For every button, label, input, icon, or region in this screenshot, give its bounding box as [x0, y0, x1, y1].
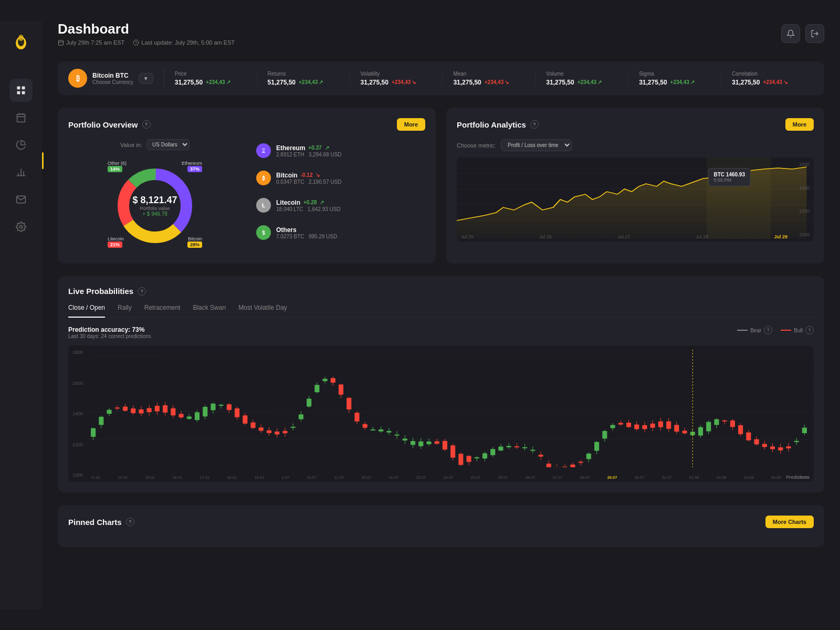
pinned-charts-title: Pinned Charts ? [68, 518, 134, 527]
assets-list: Ξ Ethereum +0.37 ↗ 2.8912 ETH [252, 139, 425, 253]
mail-icon [16, 194, 26, 205]
live-prob-help[interactable]: ? [138, 287, 146, 296]
list-item[interactable]: Ξ Ethereum +0.37 ↗ 2.8912 ETH [252, 139, 425, 162]
svg-point-2 [18, 35, 24, 41]
pinned-charts-help[interactable]: ? [126, 518, 134, 526]
pinned-charts-more-btn[interactable]: More Charts [765, 516, 814, 528]
settings-icon [16, 222, 26, 232]
bell-icon [786, 29, 795, 38]
bitcoin-icon: ₿ [256, 171, 271, 185]
stat-volatility: Volatility 31,275,50 +234,43 ↘ [350, 71, 443, 86]
stat-volume: Volume 31,275,50 +234,43 ↗ [536, 71, 628, 86]
logout-button[interactable] [805, 24, 824, 43]
svg-rect-6 [22, 91, 25, 94]
donut-chart: $ 8,121.47 Portfolio value + $ 946.78 Et… [108, 159, 202, 253]
stat-sigma: Sigma 31,275,50 +234,43 ↗ [628, 71, 721, 86]
sidebar [0, 21, 42, 609]
svg-point-15 [20, 226, 23, 228]
sidebar-nav [0, 79, 42, 238]
donut-section: Value in: US Dollars [68, 139, 242, 253]
page-title: Dashboard [58, 21, 235, 37]
sidebar-item-analytics[interactable] [9, 133, 33, 156]
litecoin-icon: Ł [256, 198, 271, 213]
stats-bar: ₿ Bitcoin BTC Choose Currency ▼ Price 31… [58, 61, 824, 95]
portfolio-overview-help[interactable]: ? [142, 120, 151, 129]
prob-tabs: Close / Open Rally Retracement Black Swa… [68, 304, 814, 318]
sidebar-item-settings[interactable] [9, 215, 33, 238]
stat-mean: Mean 31,275,50 +234,43 ↘ [443, 71, 536, 86]
svg-rect-16 [59, 40, 64, 45]
sidebar-item-messages[interactable] [9, 188, 33, 211]
header-date: July 29th 7:25 am EST [58, 39, 124, 46]
value-in-row: Value in: US Dollars [120, 139, 190, 150]
bull-help[interactable]: ? [805, 326, 814, 334]
stat-correlation: Correlation 31,275,50 +234,43 ↘ [721, 71, 814, 86]
list-item[interactable]: $ Others 7.0273 BTC 995.29 USD [252, 221, 425, 244]
analytics-chart: BTC 1460.93 5:55 PM 1600 1400 1200 1000 … [457, 158, 814, 242]
notification-button[interactable] [781, 24, 800, 43]
portfolio-analytics-help[interactable]: ? [530, 120, 539, 129]
tab-close-open[interactable]: Close / Open [68, 304, 105, 318]
legend-row: Bear ? Bull ? [737, 326, 814, 334]
ethereum-icon: Ξ [256, 143, 271, 158]
pinned-charts-header: Pinned Charts ? More Charts [68, 516, 814, 528]
header-last-update: Last update: July 29th, 5:00 am EST [133, 39, 235, 46]
sidebar-item-reports[interactable] [9, 161, 33, 184]
header-meta: July 29th 7:25 am EST Last update: July … [58, 39, 235, 46]
portfolio-overview-more-btn[interactable]: More [397, 118, 425, 131]
sidebar-item-dashboard[interactable] [9, 79, 33, 102]
others-icon: $ [256, 225, 271, 240]
svg-rect-4 [22, 87, 25, 90]
currency-sub: Choose Currency [92, 79, 133, 85]
list-item[interactable]: ₿ Bitcoin -0.12 ↘ 0.0347 BTC [252, 166, 425, 190]
stat-returns: Returns 51,275,50 +234,43 ↗ [257, 71, 350, 86]
list-item[interactable]: Ł Litecoin +0.28 ↗ 18.040 LTC [252, 194, 425, 217]
bull-line [781, 330, 791, 331]
portfolio-overview-card: Portfolio Overview ? More Value in: US D… [58, 108, 436, 264]
header-left: Dashboard July 29th 7:25 am EST Last upd… [58, 21, 235, 46]
metric-label: Choose metric: [457, 142, 496, 149]
sidebar-item-calendar[interactable] [9, 106, 33, 129]
bear-line [737, 330, 748, 331]
candle-canvas-element [89, 350, 808, 467]
portfolio-body: Value in: US Dollars [68, 139, 425, 253]
asset-info: Litecoin +0.28 ↗ 18.040 LTC 1,642.93 USD [276, 199, 421, 212]
candle-y-labels: 1800 1600 1400 1200 1000 [72, 345, 83, 482]
predictions-label: Predictions [786, 475, 810, 480]
pie-icon [16, 140, 26, 150]
live-prob-title: Live Probabilities ? [68, 287, 146, 296]
bar-chart-icon [16, 167, 26, 177]
tab-rally[interactable]: Rally [118, 304, 132, 318]
stat-price: Price 31,275,50 +234,43 ↗ [164, 71, 257, 86]
metric-row: Choose metric: Profit / Loss over time [457, 139, 814, 151]
currency-dropdown[interactable]: ▼ [139, 73, 153, 84]
prediction-accuracy: Prediction accuracy: 73% Last 30 days: 2… [68, 326, 151, 339]
bear-help[interactable]: ? [764, 326, 772, 334]
portfolio-analytics-header: Portfolio Analytics ? More [457, 118, 814, 131]
pinned-charts-card: Pinned Charts ? More Charts [58, 505, 824, 547]
tab-retracement[interactable]: Retracement [144, 304, 181, 318]
tab-most-volatile[interactable]: Most Volatile Day [238, 304, 287, 318]
metric-select[interactable]: Profit / Loss over time [501, 139, 572, 151]
header: Dashboard July 29th 7:25 am EST Last upd… [58, 21, 824, 51]
svg-rect-3 [17, 87, 20, 90]
portfolio-overview-title: Portfolio Overview ? [68, 120, 151, 129]
chart-y-labels: 1600 1400 1200 1000 [799, 158, 810, 242]
chart-x-labels: Jul 25 Jul 26 Jul 27 Jul 28 Jul 29 [461, 234, 788, 239]
tab-black-swan[interactable]: Black Swan [193, 304, 226, 318]
legend-bear: Bear ? [737, 326, 772, 334]
svg-rect-7 [17, 114, 25, 122]
svg-rect-5 [17, 91, 20, 94]
donut-center: $ 8,121.47 Portfolio value + $ 946.78 [132, 195, 177, 217]
currency-select[interactable]: US Dollars [146, 139, 190, 150]
logout-icon [811, 29, 819, 38]
portfolio-analytics-more-btn[interactable]: More [785, 118, 814, 131]
currency-name: Bitcoin BTC [92, 72, 133, 79]
asset-info: Ethereum +0.37 ↗ 2.8912 ETH 3,294.68 USD [276, 144, 421, 158]
portfolio-analytics-title: Portfolio Analytics ? [457, 120, 539, 129]
currency-info: Bitcoin BTC Choose Currency [92, 72, 133, 85]
header-actions [781, 24, 824, 43]
candlestick-chart: 1800 1600 1400 1200 1000 +1.01 12.01 15.… [68, 345, 814, 482]
legend-bull: Bull ? [781, 326, 814, 334]
live-probabilities-card: Live Probabilities ? Close / Open Rally … [58, 276, 824, 492]
